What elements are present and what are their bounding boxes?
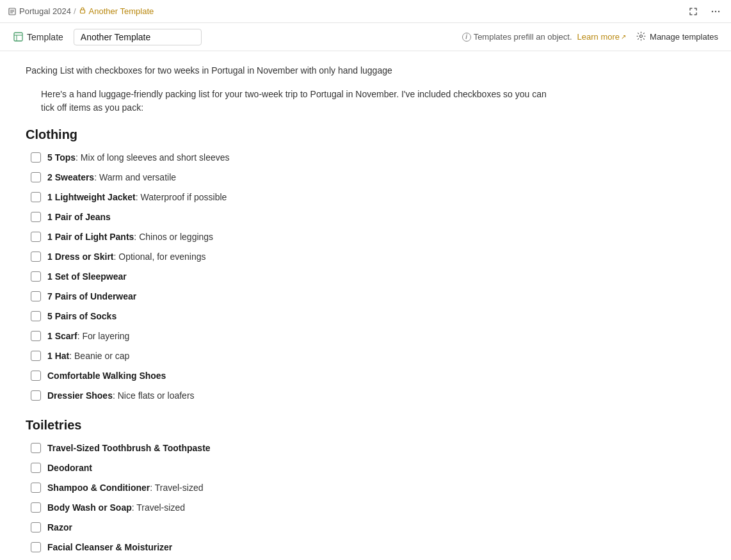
item-text: 2 Sweaters: Warm and versatile [47,171,176,184]
breadcrumb-parent-link[interactable]: Portugal 2024 [19,6,71,16]
top-bar-actions [686,5,723,18]
info-icon: i [462,33,471,42]
template-icon [13,32,23,42]
checkbox[interactable] [31,502,41,513]
checkbox[interactable] [31,152,41,163]
list-item: 1 Pair of Light Pants: Chinos or legging… [31,230,550,244]
list-item: 1 Set of Sleepwear [31,270,550,284]
toolbar: Template i Templates prefill an object. … [0,23,731,51]
list-item: 5 Tops: Mix of long sleeves and short sl… [31,151,550,164]
item-text: 1 Lightweight Jacket: Waterproof if poss… [47,191,227,204]
breadcrumb-current-label: Another Template [89,6,154,16]
list-item: Razor [31,521,550,534]
checkbox[interactable] [31,252,41,262]
checkbox[interactable] [31,463,41,473]
info-text: Templates prefill an object. [474,32,572,42]
checkbox[interactable] [31,311,41,321]
item-text: Deodorant [47,461,92,475]
list-item: 2 Sweaters: Warm and versatile [31,171,550,184]
item-text: Comfortable Walking Shoes [47,369,166,383]
svg-point-7 [718,10,719,12]
intro-text: Here's a hand luggage-friendly packing l… [41,88,550,115]
section-heading: Toiletries [26,418,550,433]
svg-point-5 [712,10,713,12]
list-item: Deodorant [31,461,550,475]
checkbox[interactable] [31,271,41,282]
sections-container: Clothing5 Tops: Mix of long sleeves and … [26,127,550,554]
svg-point-6 [715,10,716,12]
checkbox[interactable] [31,192,41,202]
lock-icon [79,6,86,16]
breadcrumb-current: Another Template [79,6,154,16]
checkbox[interactable] [31,291,41,301]
external-link-icon: ↗ [621,33,626,40]
main-content: Packing List with checkboxes for two wee… [0,51,576,560]
template-name-input[interactable] [74,29,202,45]
svg-point-11 [640,35,643,37]
checklist: Travel-Sized Toothbrush & ToothpasteDeod… [31,442,550,554]
item-text: Dressier Shoes: Nice flats or loafers [47,389,195,403]
list-item: 1 Pair of Jeans [31,211,550,224]
templates-info: i Templates prefill an object. [462,32,572,42]
checkbox[interactable] [31,351,41,361]
item-text: Travel-Sized Toothbrush & Toothpaste [47,442,211,455]
checkbox[interactable] [31,232,41,242]
learn-more-link[interactable]: Learn more ↗ [577,32,626,42]
list-item: Body Wash or Soap: Travel-sized [31,501,550,515]
breadcrumb-separator: / [74,6,76,16]
template-label: Template [27,32,63,42]
svg-rect-8 [14,33,22,41]
checkbox[interactable] [31,542,41,552]
item-text: 1 Pair of Jeans [47,211,111,224]
list-item: Shampoo & Conditioner: Travel-sized [31,481,550,495]
expand-button[interactable] [686,6,700,17]
checkbox[interactable] [31,371,41,381]
more-options-button[interactable] [708,5,723,18]
section-heading: Clothing [26,127,550,142]
page-icon [8,7,17,16]
list-item: Comfortable Walking Shoes [31,369,550,383]
manage-templates-label: Manage templates [650,32,718,42]
top-bar: Portugal 2024 / Another Template [0,0,731,23]
item-text: 1 Set of Sleepwear [47,270,127,284]
checkbox[interactable] [31,443,41,453]
checkbox[interactable] [31,522,41,532]
list-item: 1 Hat: Beanie or cap [31,349,550,363]
item-text: 5 Tops: Mix of long sleeves and short sl… [47,151,230,164]
item-text: Body Wash or Soap: Travel-sized [47,501,185,515]
item-text: 1 Hat: Beanie or cap [47,349,129,363]
svg-rect-4 [80,10,84,13]
checkbox[interactable] [31,172,41,182]
checkbox[interactable] [31,331,41,341]
checklist: 5 Tops: Mix of long sleeves and short sl… [31,151,550,403]
list-item: 7 Pairs of Underwear [31,290,550,303]
list-item: 5 Pairs of Socks [31,310,550,323]
list-item: 1 Dress or Skirt: Optional, for evenings [31,250,550,264]
list-item: 1 Scarf: For layering [31,330,550,343]
item-text: Razor [47,521,72,534]
list-item: Facial Cleanser & Moisturizer [31,541,550,554]
gear-icon [636,31,646,43]
checkbox[interactable] [31,212,41,222]
template-button[interactable]: Template [8,29,68,45]
prompt-text: Packing List with checkboxes for two wee… [26,64,550,77]
breadcrumb: Portugal 2024 / Another Template [8,6,154,16]
item-text: 5 Pairs of Socks [47,310,116,323]
item-text: 1 Pair of Light Pants: Chinos or legging… [47,230,213,244]
item-text: 1 Dress or Skirt: Optional, for evenings [47,250,205,264]
toolbar-right: i Templates prefill an object. Learn mor… [462,29,723,45]
list-item: Travel-Sized Toothbrush & Toothpaste [31,442,550,455]
manage-templates-button[interactable]: Manage templates [631,29,723,45]
list-item: Dressier Shoes: Nice flats or loafers [31,389,550,403]
item-text: 1 Scarf: For layering [47,330,129,343]
item-text: Shampoo & Conditioner: Travel-sized [47,481,203,495]
checkbox[interactable] [31,483,41,493]
learn-more-label: Learn more [577,32,620,42]
checkbox[interactable] [31,390,41,401]
item-text: Facial Cleanser & Moisturizer [47,541,172,554]
list-item: 1 Lightweight Jacket: Waterproof if poss… [31,191,550,204]
item-text: 7 Pairs of Underwear [47,290,136,303]
